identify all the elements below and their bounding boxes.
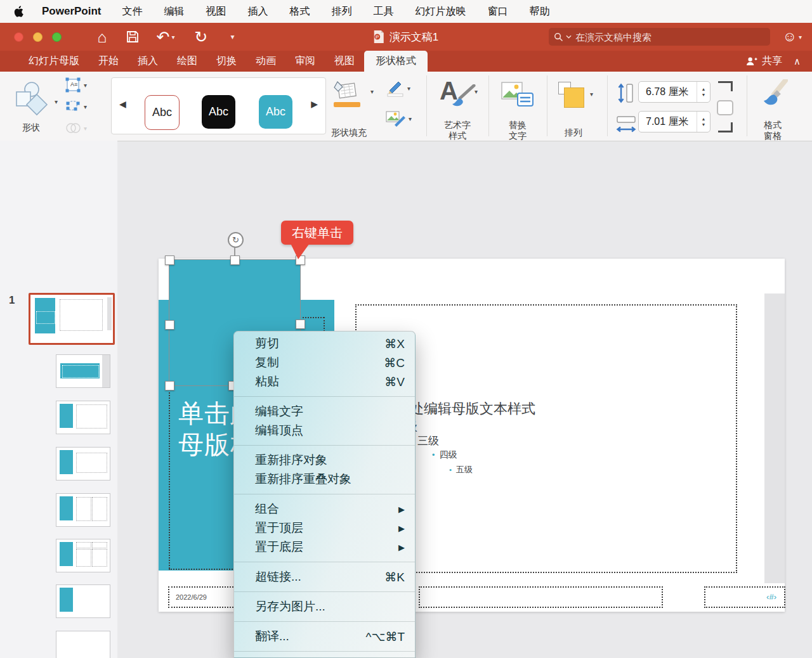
menu-item-cut[interactable]: 剪切⌘X <box>234 334 415 353</box>
gallery-next-arrow[interactable]: ▶ <box>311 99 318 109</box>
body-text-level4[interactable]: •四级 <box>432 449 457 461</box>
shape-height-value[interactable]: 6.78 厘米 <box>639 86 689 99</box>
tab-transitions[interactable]: 切换 <box>207 51 246 72</box>
menubar-app-name[interactable]: PowerPoint <box>37 5 107 18</box>
menubar-item-view[interactable]: 视图 <box>195 5 237 18</box>
master-thumbnail[interactable] <box>29 293 115 345</box>
resize-handle-bottom-left[interactable] <box>165 381 174 390</box>
gallery-previous-arrow[interactable]: ◀ <box>119 99 126 109</box>
feedback-smiley-button[interactable]: ☺▾ <box>783 23 802 51</box>
edit-points-button[interactable]: ▾ <box>65 98 87 115</box>
document-title-area: P 演示文稿1 <box>374 23 438 51</box>
merge-shapes-button[interactable]: ▾ <box>65 120 87 136</box>
arrange-caret[interactable]: ▾ <box>590 91 593 98</box>
menu-item-group[interactable]: 组合▶ <box>234 500 415 519</box>
menu-separator <box>234 562 415 562</box>
shape-effects-button[interactable]: ▾ <box>386 110 412 127</box>
zoom-window-button[interactable] <box>52 32 62 42</box>
quick-access-caret[interactable]: ▾ <box>223 23 240 51</box>
menu-item-edit-text[interactable]: 编辑文字 <box>234 402 415 421</box>
shape-fill-caret[interactable]: ▾ <box>370 88 374 95</box>
shape-height-field[interactable]: 6.78 厘米 ▲▼ <box>638 81 710 103</box>
undo-button[interactable]: ↶▾ <box>152 23 179 51</box>
footer-placeholder[interactable] <box>419 586 663 608</box>
menu-item-edit-points[interactable]: 编辑顶点 <box>234 421 415 440</box>
shape-styles-gallery: ◀ Abc Abc Abc ▶ <box>111 77 326 134</box>
shape-width-value[interactable]: 7.01 厘米 <box>639 115 689 129</box>
home-button[interactable]: ⌂ <box>93 23 112 51</box>
resize-handle-middle-right[interactable] <box>296 319 305 329</box>
menu-item-save-as-picture[interactable]: 另存为图片... <box>234 597 415 616</box>
shape-style-chip-3[interactable]: Abc <box>259 95 292 129</box>
height-stepper[interactable]: ▲▼ <box>697 82 710 102</box>
shapes-dropdown-caret[interactable]: ▾ <box>55 98 58 105</box>
menu-item-hyperlink[interactable]: 超链接...⌘K <box>234 567 415 586</box>
tab-draw[interactable]: 绘图 <box>167 51 207 72</box>
layout-thumbnail-1[interactable] <box>56 354 110 388</box>
layout-thumbnail-7[interactable] <box>56 631 110 658</box>
tab-shape-format[interactable]: 形状格式 <box>364 51 428 72</box>
tab-insert[interactable]: 插入 <box>128 51 167 72</box>
menu-item-reorder-objects[interactable]: 重新排序对象 <box>234 451 415 470</box>
shape-style-chip-1[interactable]: Abc <box>145 95 180 130</box>
menubar-item-help[interactable]: 帮助 <box>519 5 561 18</box>
menu-item-paste[interactable]: 粘贴⌘V <box>234 372 415 391</box>
aspect-lock-checkbox[interactable] <box>717 100 733 115</box>
menubar-item-edit[interactable]: 编辑 <box>154 5 195 18</box>
menu-item-copy[interactable]: 复制⌘C <box>234 353 415 372</box>
undo-dropdown-caret[interactable]: ▾ <box>171 34 174 41</box>
wordart-caret[interactable]: ▾ <box>475 88 478 95</box>
insert-shape-button[interactable] <box>13 81 49 119</box>
tab-home[interactable]: 开始 <box>89 51 128 72</box>
layout-thumbnail-5[interactable] <box>56 539 110 572</box>
document-title: 演示文稿1 <box>390 30 438 44</box>
ribbon-tab-bar: 幻灯片母版 开始 插入 绘图 切换 动画 审阅 视图 形状格式 共享 ∧ <box>0 51 812 72</box>
search-input[interactable] <box>574 31 710 43</box>
resize-handle-middle-left[interactable] <box>165 320 174 330</box>
close-window-button[interactable] <box>14 32 23 42</box>
menubar-item-arrange[interactable]: 排列 <box>321 5 363 18</box>
format-pane-button[interactable] <box>759 79 788 113</box>
slide-number-placeholder[interactable]: ‹#› <box>704 586 785 608</box>
rotation-handle[interactable]: ↻ <box>228 232 244 248</box>
menubar-item-format[interactable]: 格式 <box>279 5 321 18</box>
search-scope-caret[interactable] <box>566 35 572 39</box>
menu-item-bring-to-front[interactable]: 置于顶层▶ <box>234 519 415 538</box>
redo-button[interactable]: ↻ <box>192 23 211 51</box>
minimize-window-button[interactable] <box>33 32 43 42</box>
layout-thumbnail-2[interactable] <box>56 401 110 434</box>
text-box-button[interactable]: A≡ ▾ <box>65 77 87 93</box>
layout-thumbnail-3[interactable] <box>56 447 110 481</box>
menubar-item-insert[interactable]: 插入 <box>237 5 279 18</box>
shape-outline-button[interactable]: ▾ <box>386 79 410 97</box>
shape-style-chip-2[interactable]: Abc <box>202 95 235 129</box>
tab-slide-master[interactable]: 幻灯片母版 <box>19 51 89 72</box>
tab-review[interactable]: 审阅 <box>285 51 325 72</box>
menubar-item-tools[interactable]: 工具 <box>363 5 405 18</box>
menu-item-translate[interactable]: 翻译...^⌥⌘T <box>234 627 415 646</box>
tab-animations[interactable]: 动画 <box>246 51 285 72</box>
share-button[interactable]: 共享 <box>745 55 782 68</box>
tab-view[interactable]: 视图 <box>325 51 364 72</box>
save-button[interactable] <box>123 23 142 51</box>
body-text-level5[interactable]: •五级 <box>449 464 473 475</box>
shape-width-field[interactable]: 7.01 厘米 ▲▼ <box>638 111 710 132</box>
menubar-item-file[interactable]: 文件 <box>112 5 154 18</box>
menu-item-send-to-back[interactable]: 置于底层▶ <box>234 538 415 557</box>
resize-handle-top-left[interactable] <box>165 255 174 265</box>
submenu-arrow-icon: ▶ <box>398 505 405 514</box>
edit-points-icon <box>65 98 81 115</box>
layout-thumbnail-6[interactable] <box>56 584 110 618</box>
alt-text-button[interactable] <box>501 82 534 112</box>
resize-handle-top-center[interactable] <box>230 255 240 265</box>
body-text-level3[interactable]: 三级 <box>417 434 439 448</box>
menubar-item-slideshow[interactable]: 幻灯片放映 <box>405 5 477 18</box>
search-box[interactable] <box>549 28 770 46</box>
width-stepper[interactable]: ▲▼ <box>697 112 710 132</box>
layout-thumbnail-4[interactable] <box>56 493 110 527</box>
collapse-ribbon-button[interactable]: ∧ <box>794 56 801 67</box>
apple-menu-icon[interactable] <box>14 5 25 18</box>
shape-fill-button[interactable] <box>332 81 362 108</box>
menubar-item-window[interactable]: 窗口 <box>477 5 519 18</box>
menu-item-reorder-overlapping[interactable]: 重新排序重叠对象 <box>234 470 415 489</box>
